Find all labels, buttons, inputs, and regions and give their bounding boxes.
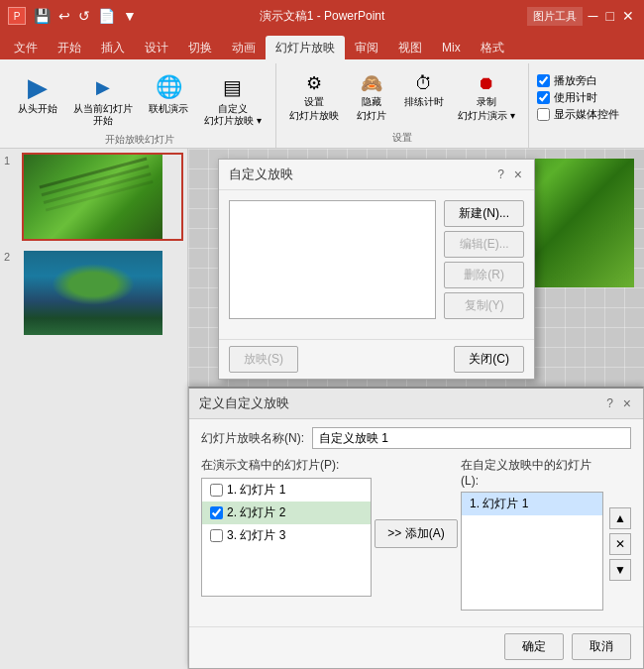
use-timings-input[interactable]: [537, 91, 550, 104]
rehearse-label: 排练计时: [404, 95, 444, 109]
slide-num-1: 1: [4, 153, 18, 167]
define-lists: 在演示文稿中的幻灯片(P): 1. 幻灯片 1 2. 幻灯片 2: [201, 457, 631, 611]
tab-insert[interactable]: 插入: [91, 36, 135, 59]
cancel-button[interactable]: 取消: [572, 633, 631, 660]
play-narrations-checkbox[interactable]: 播放旁白: [537, 73, 619, 88]
play-narrations-input[interactable]: [537, 74, 550, 87]
rehearse-icon: ⏱: [412, 71, 436, 95]
custom-show-help[interactable]: ?: [497, 167, 504, 181]
slide-item-3[interactable]: 3. 幻灯片 3: [202, 524, 371, 547]
move-down-button[interactable]: ▼: [609, 559, 631, 581]
custom-show-body: 新建(N)... 编辑(E)... 删除(R) 复制(Y): [219, 190, 534, 339]
play-show-button[interactable]: 放映(S): [229, 346, 298, 373]
slide-item-2[interactable]: 2. 幻灯片 2: [202, 502, 371, 524]
add-slide-button[interactable]: >> 添加(A): [375, 519, 457, 548]
window-title: 演示文稿1 - PowerPoint: [260, 8, 385, 25]
presentation-slides-listbox[interactable]: 1. 幻灯片 1 2. 幻灯片 2 3. 幻灯片 3: [201, 478, 372, 597]
custom-slides-col: 在自定义放映中的幻灯片(L): 1. 幻灯片 1 ▲ ✕ ▼: [461, 457, 631, 611]
close-show-button[interactable]: 关闭(C): [454, 346, 524, 373]
title-bar-right: 图片工具 ─ □ ✕: [527, 6, 636, 26]
copy-show-button[interactable]: 复制(Y): [444, 292, 524, 319]
online-icon: 🌐: [153, 71, 184, 103]
presentation-slides-col: 在演示文稿中的幻灯片(P): 1. 幻灯片 1 2. 幻灯片 2: [201, 457, 372, 611]
online-label: 联机演示: [149, 103, 188, 115]
slide-item-1[interactable]: 1. 幻灯片 1: [202, 479, 371, 502]
custom-slides-listbox[interactable]: 1. 幻灯片 1: [461, 492, 603, 611]
tab-review[interactable]: 审阅: [345, 36, 388, 59]
use-timings-checkbox[interactable]: 使用计时: [537, 90, 619, 105]
custom-slide-item-1[interactable]: 1. 幻灯片 1: [462, 493, 602, 515]
online-presentation-button[interactable]: 🌐 联机演示: [143, 67, 194, 119]
from-start-button[interactable]: ▶ 从头开始: [12, 67, 63, 119]
maximize-button[interactable]: □: [604, 6, 616, 26]
new-button[interactable]: 📄: [96, 6, 117, 26]
custom-icon: ▤: [217, 71, 249, 103]
slide-num-2: 2: [4, 249, 18, 263]
undo-button[interactable]: ↩: [56, 6, 72, 26]
tab-view[interactable]: 视图: [388, 36, 432, 59]
custom-slides-label: 在自定义放映中的幻灯片(L):: [461, 457, 603, 488]
dialog-custom-show: 自定义放映 ? × 新建(N)... 编辑(E)... 删除(R) 复制(Y): [218, 159, 535, 380]
record-button[interactable]: ⏺ 录制幻灯片演示 ▾: [453, 67, 520, 127]
custom-show-listbox[interactable]: [229, 200, 436, 319]
define-help[interactable]: ?: [606, 396, 613, 410]
edit-show-button[interactable]: 编辑(E)...: [444, 231, 524, 258]
save-button[interactable]: 💾: [32, 6, 53, 26]
app-icon: P: [8, 7, 26, 25]
slide-2-checkbox[interactable]: [210, 506, 223, 519]
add-button-col: >> 添加(A): [381, 457, 451, 611]
tab-animations[interactable]: 动画: [222, 36, 266, 59]
delete-show-button[interactable]: 删除(R): [444, 262, 524, 288]
slide-1-checkbox[interactable]: [210, 484, 223, 497]
close-window-button[interactable]: ✕: [620, 6, 636, 26]
setup-show-button[interactable]: ⚙ 设置幻灯片放映: [284, 67, 344, 127]
from-start-label: 从头开始: [18, 103, 57, 115]
from-current-button[interactable]: ▶ 从当前幻灯片开始: [67, 67, 139, 131]
move-up-button[interactable]: ▲: [609, 507, 631, 529]
tab-slideshow[interactable]: 幻灯片放映: [266, 36, 345, 59]
ribbon-group-start-slideshow: ▶ 从头开始 ▶ 从当前幻灯片开始 🌐 联机演示 ▤ 自定义幻灯片放映 ▾ 开始…: [4, 63, 276, 148]
picture-tools-tab[interactable]: 图片工具: [527, 7, 583, 26]
dropdown-button[interactable]: ▼: [121, 6, 139, 26]
minimize-button[interactable]: ─: [587, 6, 600, 26]
custom-show-list-area: [229, 200, 436, 329]
delete-from-custom-button[interactable]: ✕: [609, 533, 631, 555]
slide-2-item-label: 2. 幻灯片 2: [227, 504, 285, 521]
setup-group-items: ⚙ 设置幻灯片放映 🙈 隐藏幻灯片 ⏱ 排练计时 ⏺ 录制幻灯片演示 ▾: [284, 63, 520, 129]
tab-file[interactable]: 文件: [4, 36, 48, 59]
from-current-label: 从当前幻灯片开始: [73, 103, 133, 127]
custom-show-title-actions: ? ×: [497, 167, 524, 182]
show-media-controls-input[interactable]: [537, 108, 550, 121]
slide-2-thumbnail[interactable]: [22, 249, 183, 337]
tab-design[interactable]: 设计: [135, 36, 178, 59]
slide-3-checkbox[interactable]: [210, 529, 223, 542]
rehearse-button[interactable]: ⏱ 排练计时: [399, 67, 449, 113]
slide-2-preview: [24, 251, 162, 335]
custom-show-close[interactable]: ×: [512, 167, 524, 182]
record-label: 录制幻灯片演示 ▾: [458, 95, 515, 123]
custom-show-action-btns: 新建(N)... 编辑(E)... 删除(R) 复制(Y): [444, 200, 524, 329]
show-name-label: 幻灯片放映名称(N):: [201, 430, 304, 447]
define-title-bar: 定义自定义放映 ? ×: [189, 389, 643, 419]
redo-button[interactable]: ↺: [76, 6, 92, 26]
tab-transitions[interactable]: 切换: [178, 36, 222, 59]
slide-3-item-label: 3. 幻灯片 3: [227, 527, 285, 544]
confirm-button[interactable]: 确定: [504, 633, 564, 660]
quick-access-toolbar: 💾 ↩ ↺ 📄 ▼: [32, 6, 139, 26]
show-media-controls-checkbox[interactable]: 显示媒体控件: [537, 107, 619, 122]
new-show-button[interactable]: 新建(N)...: [444, 200, 524, 227]
use-timings-label: 使用计时: [554, 90, 597, 105]
title-bar-left: P 💾 ↩ ↺ 📄 ▼: [8, 6, 139, 26]
define-close[interactable]: ×: [621, 395, 633, 411]
show-media-controls-label: 显示媒体控件: [554, 107, 619, 122]
tab-format[interactable]: 格式: [471, 36, 514, 59]
play-narrations-label: 播放旁白: [554, 73, 597, 88]
tab-home[interactable]: 开始: [48, 36, 91, 59]
slide-1-thumbnail[interactable]: [22, 153, 183, 241]
tab-mix[interactable]: Mix: [432, 36, 471, 59]
slide-panel: 1 2: [0, 149, 188, 669]
show-name-input[interactable]: [312, 427, 631, 449]
custom-slideshow-button[interactable]: ▤ 自定义幻灯片放映 ▾: [198, 67, 268, 131]
hide-slide-button[interactable]: 🙈 隐藏幻灯片: [348, 67, 395, 127]
slide-thumb-2: 2: [4, 249, 183, 337]
